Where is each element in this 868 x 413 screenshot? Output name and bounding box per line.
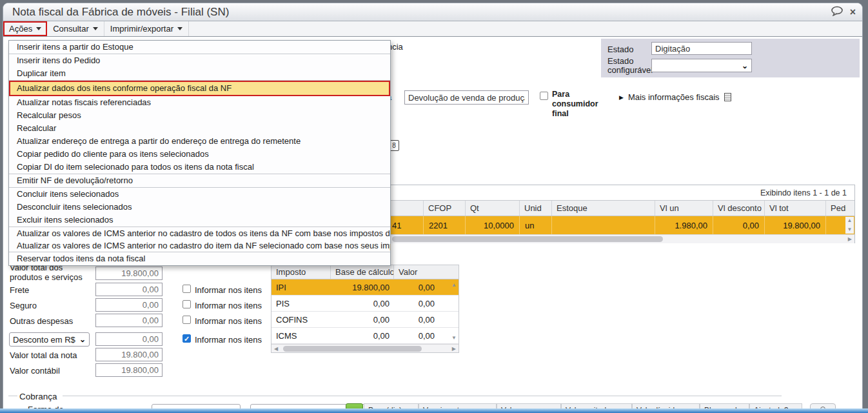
check-icon: ✓ <box>184 335 190 343</box>
acoes-dropdown-menu: Inserir itens a partir do Estoque Inseri… <box>8 40 391 266</box>
status-panel: Estado Estado configurável ⌄ <box>601 39 860 77</box>
operacao-fiscal-input[interactable] <box>404 90 529 105</box>
outras-despesas-input[interactable] <box>95 314 163 327</box>
chevron-down-icon: ⌄ <box>79 336 86 343</box>
informar-label: Informar nos itens <box>195 285 262 295</box>
col-header-unid[interactable]: Unid <box>520 201 552 216</box>
seguro-label: Seguro <box>10 301 37 310</box>
cobranca-legend: Cobrança <box>19 392 57 401</box>
close-icon[interactable]: × <box>850 7 856 17</box>
imp-col-valor[interactable]: Valor <box>394 265 449 279</box>
chevron-down-icon <box>93 27 98 30</box>
desconto-select[interactable]: Desconto em R$ ⌄ <box>9 332 90 347</box>
mais-informacoes-fiscais-link[interactable]: ▶ Mais informações fiscais <box>619 92 731 102</box>
document-icon[interactable] <box>724 93 731 101</box>
vtn-label: Valor total da nota <box>10 350 77 360</box>
cell-vl-tot: 19.800,00 <box>765 216 826 234</box>
informar-label: Informar nos itens <box>195 316 262 326</box>
impostos-horizontal-scrollbar[interactable]: ◀ ▶ <box>271 344 459 352</box>
estado-configuravel-select[interactable]: ⌄ <box>651 59 752 72</box>
menu-item[interactable]: Concluir itens selecionados <box>9 188 390 201</box>
menu-item[interactable]: Reservar todos itens da nota fiscal <box>9 252 390 265</box>
scroll-down-icon[interactable]: ▼ <box>847 227 853 232</box>
col-header-vl-tot[interactable]: Vl tot <box>765 201 826 216</box>
menu-consultar-button[interactable]: Consultar <box>47 21 104 36</box>
col-header-estoque[interactable]: Estoque <box>552 201 655 216</box>
scroll-right-icon[interactable]: ▶ <box>848 237 852 242</box>
cell-pedido <box>826 216 837 234</box>
para-consumidor-final-checkbox[interactable] <box>540 92 548 100</box>
scroll-down-icon[interactable]: ▼ <box>451 336 457 341</box>
chevron-down-icon <box>36 27 41 30</box>
menu-item[interactable]: Atualizar os valores de ICMS anterior no… <box>9 227 390 239</box>
page-title: Nota fiscal da Fábrica de móveis - Filia… <box>12 6 831 19</box>
valor-contabil-input[interactable] <box>95 363 163 377</box>
impostos-row-ipi[interactable]: IPI 19.800,00 0,00 <box>271 279 459 296</box>
scrollbar-thumb[interactable] <box>283 346 422 352</box>
menu-item[interactable]: Atualizar notas fiscais referenciadas <box>9 96 390 109</box>
scroll-up-icon[interactable]: ▲ <box>451 283 457 288</box>
menu-item[interactable]: Copiar DI do item selecionado para todos… <box>9 161 390 174</box>
cell-qt: 10,0000 <box>466 216 520 234</box>
app-window: Nota fiscal da Fábrica de móveis - Filia… <box>3 3 863 413</box>
menu-item[interactable]: Atualizar endereço de entrega a partir d… <box>9 135 390 148</box>
imp-col-base[interactable]: Base de cálculo <box>331 265 394 279</box>
informar-label: Informar nos itens <box>195 301 262 310</box>
estado-label: Estado <box>607 45 633 54</box>
menu-item[interactable]: Excluir itens selecionados <box>9 214 390 227</box>
menu-item[interactable]: Copiar pedido do cliente para os itens s… <box>9 148 390 161</box>
menu-acoes-button[interactable]: Ações <box>3 21 47 36</box>
comment-icon[interactable] <box>831 6 843 18</box>
desconto-input[interactable] <box>95 332 163 346</box>
impostos-panel: Imposto Base de cálculo Valor IPI 19.800… <box>271 265 459 353</box>
menu-item-highlighted[interactable]: Atualizar dados dos itens conforme opera… <box>9 81 390 96</box>
outras-despesas-label: Outras despesas <box>10 316 73 326</box>
col-header-cfop[interactable]: CFOP <box>424 201 466 216</box>
menu-imprimir-exportar-button[interactable]: Imprimir/exportar <box>104 21 189 36</box>
impostos-row-cofins[interactable]: COFINS 0,00 0,00 <box>271 312 459 328</box>
impostos-row-icms[interactable]: ICMS 0,00 0,00 <box>271 328 459 344</box>
para-consumidor-final-label: Para consumidor final <box>552 90 611 119</box>
menu-item[interactable]: Duplicar item <box>9 67 390 80</box>
seguro-input[interactable] <box>95 298 163 312</box>
impostos-row-pis[interactable]: PIS 0,00 0,00 <box>271 296 459 312</box>
informar-label: Informar nos itens <box>195 335 262 345</box>
arrow-right-icon: ▶ <box>619 94 624 101</box>
menu-item[interactable]: Atualizar os valores de ICMS anterior no… <box>9 239 390 252</box>
menu-item[interactable]: Inserir itens a partir do Estoque <box>9 41 390 54</box>
cell-estoque <box>552 216 655 234</box>
menu-item[interactable]: Emitir NF de devolução/retorno <box>9 174 390 187</box>
desconto-informar-checkbox[interactable]: ✓ <box>182 334 191 343</box>
title-bar: Nota fiscal da Fábrica de móveis - Filia… <box>3 3 862 21</box>
menu-item[interactable]: Inserir itens do Pedido <box>9 54 390 67</box>
imp-col-imposto[interactable]: Imposto <box>271 265 331 279</box>
vtn-input[interactable] <box>95 348 163 361</box>
cell-vl-desconto: 0,00 <box>713 216 765 234</box>
vtps-input[interactable] <box>95 267 163 280</box>
col-header-vl-desconto[interactable]: Vl desconto <box>713 201 765 216</box>
col-header-vl-un[interactable]: Vl un <box>655 201 713 216</box>
scroll-up-icon[interactable]: ▲ <box>847 218 853 223</box>
menu-item[interactable]: Recalcular pesos <box>9 109 390 122</box>
impostos-header: Imposto Base de cálculo Valor <box>271 265 459 279</box>
seguro-informar-checkbox[interactable] <box>182 300 191 308</box>
estado-configuravel-label: Estado configurável <box>607 57 650 75</box>
scroll-right-icon[interactable]: ▶ <box>452 347 456 352</box>
cell-cfop: 2201 <box>424 216 466 234</box>
estado-input[interactable] <box>651 42 752 55</box>
bottom-edge-strip <box>0 408 868 413</box>
frete-informar-checkbox[interactable] <box>182 285 191 293</box>
menu-item[interactable]: Desconcluir itens selecionados <box>9 201 390 214</box>
cell-unid: un <box>520 216 552 234</box>
impostos-vertical-scrollbar[interactable]: ▲ ▼ <box>449 279 459 344</box>
scroll-left-icon[interactable]: ◀ <box>274 347 278 352</box>
outras-informar-checkbox[interactable] <box>182 316 191 324</box>
valor-contabil-label: Valor contábil <box>10 366 60 376</box>
col-header-qt[interactable]: Qt <box>466 201 520 216</box>
chevron-down-icon: ⌄ <box>742 62 748 70</box>
items-vertical-scrollbar[interactable]: ▲ ▼ <box>845 217 854 234</box>
col-header-pedido[interactable]: Pedi <box>826 201 846 216</box>
scrollbar-thumb[interactable] <box>392 236 663 242</box>
frete-input[interactable] <box>95 283 163 296</box>
menu-item[interactable]: Recalcular <box>9 122 390 135</box>
